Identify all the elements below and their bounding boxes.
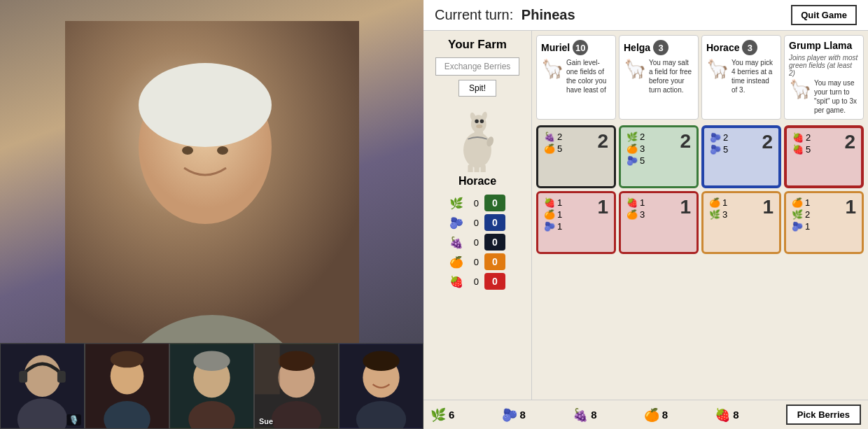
farm-llama-name: Horace <box>458 175 496 188</box>
bottom-berry-count-4: 8 <box>733 409 738 421</box>
berry-count-text: 0 <box>465 276 479 287</box>
exchange-berries-button[interactable]: Exchange Berries <box>435 57 519 76</box>
berry-row: 🌿 0 0 <box>449 195 505 211</box>
field-card-1-3[interactable]: 🍊1 🌿2 🫐1 1 <box>784 191 864 254</box>
berry-row: 🍇 0 0 <box>449 234 505 251</box>
berry-icon: 🍇 <box>449 236 465 249</box>
game-panel: Current turn: Phineas Quit Game Your Far… <box>424 0 868 429</box>
berry-count-text: 0 <box>465 257 479 267</box>
svg-point-3 <box>139 63 272 147</box>
player-desc-helga: You may salt a field for free before you… <box>649 58 694 94</box>
farm-title: Your Farm <box>448 38 507 52</box>
player-header-grump: Grump Llama Joins player with most green… <box>784 35 864 120</box>
player-desc-horace: You may pick 4 berries at a time instead… <box>732 58 776 94</box>
svg-rect-36 <box>468 164 472 172</box>
bottom-berry-group-0: 🌿 6 <box>430 407 454 423</box>
bottom-berry-group-1: 🫐 8 <box>502 407 526 423</box>
small-video-2 <box>169 343 254 429</box>
player-name-muriel: Muriel <box>541 42 570 53</box>
players-area: Muriel 10 🦙 Gain level-one fields of the… <box>532 31 868 400</box>
svg-rect-23 <box>255 344 280 394</box>
berry-counts: 🌿 0 0 🫐 0 0 🍇 0 0 🍊 0 0 🍓 0 0 <box>449 195 505 293</box>
farm-sidebar: Your Farm Exchange Berries Spit! <box>424 31 532 400</box>
berry-count-badge: 0 <box>484 214 505 231</box>
player-subtitle-grump: Joins player with most green fields (at … <box>789 54 859 77</box>
bottom-berry-icon-4: 🍓 <box>715 407 730 423</box>
player-header-helga: Helga 3 🦙 You may salt a field for free … <box>619 35 699 120</box>
main-video <box>0 0 424 343</box>
player-headers: Muriel 10 🦙 Gain level-one fields of the… <box>536 35 864 120</box>
berry-count-badge: 0 <box>484 273 505 290</box>
berry-icon: 🫐 <box>449 216 465 230</box>
player-desc-muriel: Gain level-one fields of the color you h… <box>566 58 611 94</box>
svg-rect-38 <box>481 164 486 172</box>
field-grid: 🍇2 🍊5 2 🌿2 🍊3 🫐5 2 <box>536 125 864 254</box>
svg-point-27 <box>363 351 399 372</box>
svg-point-22 <box>278 351 314 372</box>
berry-count-badge: 0 <box>484 253 505 270</box>
berry-count-badge: 0 <box>484 234 505 251</box>
field-card-1-1[interactable]: 🍓1 🍊3 1 <box>619 191 699 254</box>
svg-point-5 <box>217 146 228 155</box>
svg-point-18 <box>193 351 230 372</box>
field-card-1-0[interactable]: 🍓1 🍊1 🫐1 1 <box>536 191 616 254</box>
field-card-1-2[interactable]: 🍊1 🌿3 1 <box>701 191 781 254</box>
svg-point-7 <box>24 355 60 396</box>
field-card-0-1[interactable]: 🌿2 🍊3 🫐5 2 <box>619 125 699 188</box>
small-video-1 <box>85 343 169 429</box>
bottom-berry-icon-0: 🌿 <box>430 407 446 423</box>
berry-count-text: 0 <box>465 237 479 248</box>
berry-count-text: 0 <box>465 198 479 209</box>
berry-count-badge: 0 <box>484 195 505 211</box>
player-name-horace: Horace <box>706 42 739 53</box>
berry-row: 🍓 0 0 <box>449 273 505 290</box>
farm-llama-image <box>453 102 502 172</box>
svg-point-14 <box>111 351 144 368</box>
video-panel: Sue #small-videos .small-video:first-chi… <box>0 0 424 429</box>
player-score-helga: 3 <box>653 40 668 55</box>
bottom-berry-icon-1: 🫐 <box>502 407 517 423</box>
bottom-berry-group-2: 🍇 8 <box>573 407 596 423</box>
player-score-horace: 3 <box>742 40 757 55</box>
bottom-bar: 🌿 6 🫐 8 🍇 8 🍊 8 🍓 8 Pick Berries <box>424 400 868 429</box>
quit-game-button[interactable]: Quit Game <box>791 5 857 25</box>
bottom-berry-icon-3: 🍊 <box>644 407 659 423</box>
svg-point-35 <box>476 125 482 128</box>
bottom-berry-count-3: 8 <box>662 409 668 421</box>
svg-rect-9 <box>19 371 27 383</box>
game-body: Your Farm Exchange Berries Spit! <box>424 31 868 400</box>
spit-button[interactable]: Spit! <box>458 80 496 97</box>
player-header-muriel: Muriel 10 🦙 Gain level-one fields of the… <box>536 35 616 120</box>
svg-point-33 <box>475 120 478 123</box>
svg-point-34 <box>480 120 484 123</box>
player-name-grump: Grump Llama <box>789 40 852 51</box>
small-video-4 <box>339 343 424 429</box>
pick-berries-button[interactable]: Pick Berries <box>786 405 861 425</box>
bottom-berry-count-2: 8 <box>591 409 596 421</box>
svg-point-4 <box>182 146 193 155</box>
game-header: Current turn: Phineas Quit Game <box>424 0 868 31</box>
bottom-berry-group-4: 🍓 8 <box>715 407 738 423</box>
small-video-3-label: Sue <box>259 417 273 426</box>
small-video-3: Sue <box>254 343 339 429</box>
berry-icon: 🍓 <box>449 275 465 288</box>
bottom-berry-group-3: 🍊 8 <box>644 407 668 423</box>
berry-count-text: 0 <box>465 218 479 228</box>
main-video-person <box>65 21 359 343</box>
player-header-horace: Horace 3 🦙 You may pick 4 berries at a t… <box>701 35 781 120</box>
bottom-berry-count-1: 8 <box>520 409 526 421</box>
field-card-0-0[interactable]: 🍇2 🍊5 2 <box>536 125 616 188</box>
bottom-berry-count-0: 6 <box>449 409 454 421</box>
bottom-berry-icon-2: 🍇 <box>573 407 588 423</box>
current-turn-text: Current turn: <box>435 7 513 22</box>
berry-row: 🍊 0 0 <box>449 253 505 270</box>
player-score-muriel: 10 <box>573 40 588 55</box>
berry-row: 🫐 0 0 <box>449 214 505 231</box>
current-turn-display: Current turn: Phineas <box>435 7 575 23</box>
small-video-0 <box>0 343 85 429</box>
current-turn-player: Phineas <box>522 7 575 22</box>
field-card-0-2[interactable]: 🫐2 🫐5 2 <box>701 125 781 188</box>
berry-icon: 🌿 <box>449 197 465 210</box>
berry-icon: 🍊 <box>449 255 465 269</box>
field-card-0-3[interactable]: 🍓2 🍓5 2 <box>784 125 864 188</box>
